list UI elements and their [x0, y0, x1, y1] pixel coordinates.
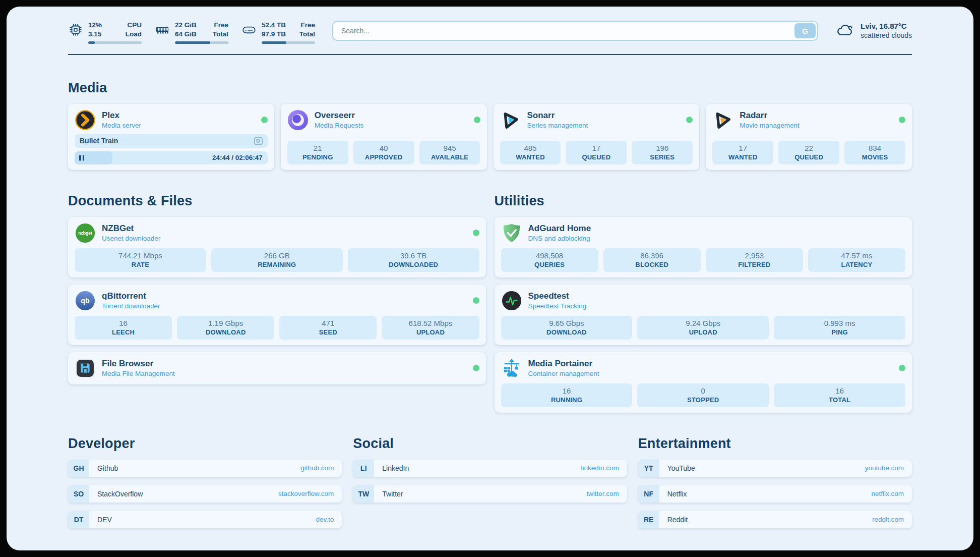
bookmark-netflix[interactable]: NF Netflix netflix.com — [638, 485, 912, 503]
stat-tile: 17QUEUED — [566, 141, 627, 164]
cpu-progress-bar — [88, 41, 142, 44]
bookmark-abbr: DT — [68, 511, 89, 528]
service-stats: 9.65 GbpsDOWNLOAD 9.24 GbpsUPLOAD 0.993 … — [501, 316, 906, 340]
cpu-icon — [68, 22, 83, 37]
weather-location: Lviv, 16.87°C — [861, 22, 912, 30]
stat-tile: 47.57 msLATENCY — [808, 248, 905, 272]
memory-icon — [155, 22, 170, 37]
bookmark-abbr: NF — [638, 485, 659, 503]
bookmark-name: YouTube — [667, 464, 695, 472]
service-link-radarr[interactable]: Radarr Movie management — [712, 109, 905, 131]
stat-tile: 0STOPPED — [637, 383, 769, 407]
section-title-media: Media — [68, 80, 912, 96]
service-name: Speedtest — [528, 291, 587, 301]
service-link-sonarr[interactable]: Sonarr Series management — [500, 109, 693, 131]
playback-progress: 24:44 / 02:06:47 — [75, 151, 268, 164]
status-dot — [473, 230, 479, 236]
section-title-entertainment: Entertainment — [638, 436, 912, 452]
stat-tile: 618.52 MbpsUPLOAD — [382, 316, 479, 340]
service-stats: 16LEECH 1.19 GbpsDOWNLOAD 471SEED 618.52… — [75, 316, 479, 340]
service-description: Movie management — [740, 122, 800, 129]
bookmark-name: Twitter — [382, 490, 403, 498]
bookmark-stackoverflow[interactable]: SO StackOverflow stackoverflow.com — [68, 485, 342, 503]
cpu-label: CPU — [118, 21, 142, 30]
now-playing-title: Bullet Train — [75, 134, 268, 148]
bookmark-url: netflix.com — [871, 490, 904, 497]
cpu-load-label: Load — [118, 30, 142, 39]
service-link-qbittorrent[interactable]: qb qBittorrent Torrent downloader — [75, 290, 479, 311]
search-bar: G — [332, 21, 818, 41]
bookmark-name: DEV — [97, 516, 112, 524]
memory-free-label: Free — [209, 21, 228, 30]
bookmark-name: StackOverflow — [97, 490, 143, 498]
search-engine-button[interactable]: G — [794, 23, 816, 38]
cpu-load: 3.15 — [88, 30, 109, 39]
service-card-adguard: AdGuard Home DNS and adblocking 498,508Q… — [495, 217, 912, 277]
service-link-speedtest[interactable]: Speedtest Speedtest Tracking — [501, 290, 906, 311]
svg-text:nzbget: nzbget — [78, 231, 92, 236]
status-dot — [473, 365, 479, 371]
memory-free: 22 GiB — [175, 21, 200, 30]
bookmark-github[interactable]: GH Github github.com — [68, 460, 342, 477]
service-link-plex[interactable]: Plex Media server — [75, 109, 268, 131]
header-divider — [68, 54, 912, 55]
bookmark-linkedin[interactable]: LI LinkedIn linkedin.com — [353, 460, 627, 477]
service-name: Overseerr — [315, 110, 364, 121]
stat-tile: 2,953FILTERED — [706, 248, 803, 272]
service-stats: 485WANTED 17QUEUED 196SERIES — [500, 141, 693, 164]
filebrowser-icon — [75, 358, 96, 379]
bookmark-twitter[interactable]: TW Twitter twitter.com — [353, 485, 627, 503]
bookmark-url: github.com — [300, 464, 334, 472]
nzbget-icon: nzbget — [75, 222, 96, 244]
status-dot — [899, 117, 905, 123]
weather-condition: scattered clouds — [861, 31, 912, 39]
service-link-nzbget[interactable]: nzbget NZBGet Usenet downloader — [75, 222, 479, 244]
service-link-adguard[interactable]: AdGuard Home DNS and adblocking — [501, 222, 906, 244]
session-icon[interactable] — [254, 137, 263, 145]
pause-icon — [79, 155, 84, 160]
bookmark-abbr: SO — [68, 485, 89, 503]
stat-tile: 498,508QUERIES — [501, 248, 598, 272]
service-link-portainer[interactable]: Media Portainer Container management — [501, 358, 906, 379]
stat-tile: 945AVAILABLE — [419, 141, 480, 164]
section-title-developer: Developer — [68, 436, 342, 452]
search-input[interactable] — [332, 21, 818, 41]
bookmark-abbr: RE — [638, 511, 659, 528]
service-link-filebrowser[interactable]: File Browser Media File Management — [75, 358, 479, 379]
playback-time: 24:44 / 02:06:47 — [212, 151, 263, 164]
bookmark-youtube[interactable]: YT YouTube youtube.com — [638, 460, 912, 477]
service-stats: 16RUNNING 0STOPPED 16TOTAL — [501, 383, 906, 407]
stat-tile: 16TOTAL — [774, 383, 905, 407]
stat-tile: 22QUEUED — [778, 141, 839, 164]
bookmark-name: Netflix — [667, 490, 687, 498]
stat-tile: 16LEECH — [75, 316, 172, 340]
service-link-overseerr[interactable]: Overseerr Media Requests — [287, 109, 480, 131]
stat-tile: 485WANTED — [500, 141, 561, 164]
status-dot — [899, 365, 905, 371]
bookmark-url: linkedin.com — [581, 464, 619, 472]
top-bar: 12% CPU 3.15 Load 22 GiB Free — [68, 21, 912, 44]
bookmark-reddit[interactable]: RE Reddit reddit.com — [638, 511, 912, 528]
bookmark-dev[interactable]: DT DEV dev.to — [68, 511, 342, 528]
bookmark-abbr: LI — [353, 460, 374, 477]
plex-icon — [75, 109, 96, 131]
sonarr-icon — [500, 109, 521, 131]
stat-tile: 471SEED — [279, 316, 377, 340]
memory-total-label: Total — [209, 30, 228, 39]
svg-text:qb: qb — [81, 297, 90, 305]
bookmark-abbr: GH — [68, 460, 89, 477]
bookmark-url: twitter.com — [586, 490, 619, 497]
section-title-documents: Documents & Files — [68, 193, 486, 209]
service-name: AdGuard Home — [528, 224, 591, 234]
disk-icon — [241, 22, 257, 37]
service-description: Speedtest Tracking — [528, 302, 587, 310]
service-stats: 744.21 MbpsRATE 266 GBREMAINING 39.6 TBD… — [75, 248, 479, 272]
stat-tile: 86,396BLOCKED — [603, 248, 701, 272]
disk-total: 97.9 TB — [262, 30, 288, 39]
stat-tile: 9.65 GbpsDOWNLOAD — [501, 316, 633, 340]
qbittorrent-icon: qb — [75, 290, 96, 311]
cpu-percent: 12% — [88, 21, 109, 30]
status-dot — [474, 117, 480, 123]
disk-progress-bar — [262, 41, 315, 44]
disk-free-label: Free — [297, 21, 315, 30]
